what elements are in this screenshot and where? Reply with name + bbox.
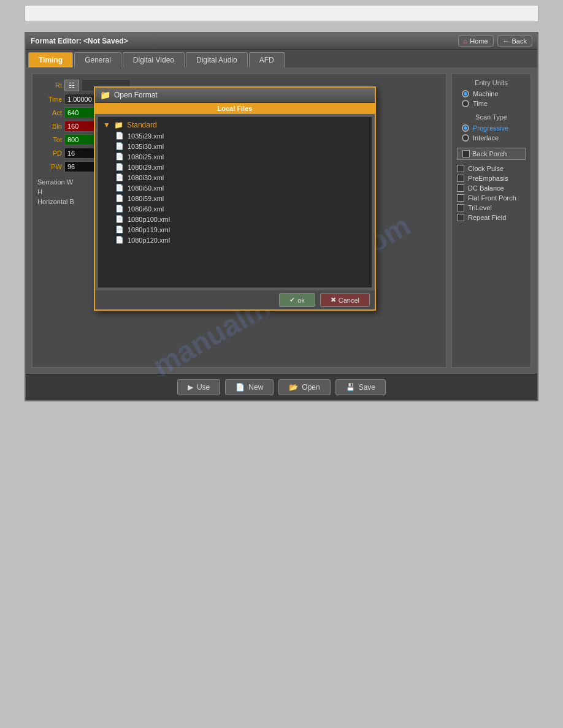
calc-button[interactable]: ☷ — [64, 80, 79, 91]
folder-arrow-icon: ▼ — [103, 121, 110, 129]
file-icon: 📄 — [115, 226, 124, 233]
checkbox-dc-balance-box — [457, 184, 464, 192]
checkbox-clock-pulse-box — [457, 165, 464, 172]
checkbox-flat-front-porch-box — [457, 194, 464, 202]
left-panel: Rt ☷ Time Act Px Bln Px — [32, 74, 446, 368]
back-porch-button[interactable]: Back Porch — [457, 148, 526, 160]
back-button[interactable]: ← Back — [497, 36, 532, 47]
tab-general[interactable]: General — [74, 52, 121, 67]
file-item-1080i30[interactable]: 📄 1080i30.xml — [101, 172, 369, 183]
entry-units-group: Machine Time — [457, 90, 526, 107]
label-tot: Tot — [37, 136, 62, 143]
radio-time[interactable]: Time — [462, 100, 526, 107]
file-item-1080i59[interactable]: 📄 1080i59.xml — [101, 193, 369, 203]
play-icon: ▶ — [188, 383, 193, 392]
radio-machine-dot — [462, 90, 469, 97]
folder-standard[interactable]: ▼ 📁 Standard — [101, 119, 369, 131]
entry-units-title: Entry Units — [457, 79, 526, 86]
radio-time-dot — [462, 100, 469, 107]
radio-interlace[interactable]: Interlace — [462, 134, 526, 142]
dialog-file-list[interactable]: ▼ 📁 Standard 📄 1035i29.xml 📄 1035i30.xml — [98, 116, 372, 288]
open-format-dialog: 📁 Open Format Local Files ▼ 📁 Standard — [94, 86, 376, 311]
label-rt: Rt — [37, 82, 62, 89]
radio-machine[interactable]: Machine — [462, 90, 526, 97]
checkmark-icon: ✔ — [289, 296, 295, 304]
dialog-icon: 📁 — [100, 90, 110, 100]
label-pw: PW — [37, 163, 62, 170]
dialog-footer: ✔ ok ✖ Cancel — [95, 290, 375, 309]
scan-type-group: Progressive Interlace — [457, 124, 526, 142]
tab-digital-audio[interactable]: Digital Audio — [186, 52, 248, 67]
title-buttons: ⌂ Home ← Back — [458, 36, 532, 47]
file-item-1080i60[interactable]: 📄 1080i60.xml — [101, 203, 369, 214]
dialog-location-bar: Local Files — [95, 103, 375, 114]
radio-progressive[interactable]: Progressive — [462, 124, 526, 132]
checkbox-preemphasis-box — [457, 175, 464, 182]
serration-label: Serration W — [37, 178, 73, 186]
file-item-1035i29[interactable]: 📄 1035i29.xml — [101, 131, 369, 141]
use-button[interactable]: ▶ Use — [177, 379, 220, 395]
radio-interlace-dot — [462, 134, 469, 142]
folder-name: Standard — [127, 121, 157, 129]
checkboxes-group: Clock Pulse PreEmphasis DC Balance Flat … — [457, 165, 526, 221]
file-icon: 📄 — [115, 153, 124, 161]
home-icon: ⌂ — [464, 37, 468, 45]
h-label: H — [37, 188, 42, 195]
file-item-1080i29[interactable]: 📄 1080i29.xml — [101, 162, 369, 172]
checkbox-repeat-field-box — [457, 214, 464, 221]
window-title: Format Editor: <Not Saved> — [31, 37, 128, 45]
label-pd: PD — [37, 150, 62, 157]
file-icon: 📄 — [115, 205, 124, 213]
new-icon: 📄 — [236, 383, 245, 392]
file-icon: 📄 — [115, 132, 124, 140]
file-item-1035i30[interactable]: 📄 1035i30.xml — [101, 141, 369, 151]
new-button[interactable]: 📄 New — [225, 379, 274, 395]
file-icon: 📄 — [115, 142, 124, 150]
cancel-icon: ✖ — [331, 296, 336, 304]
save-icon: 💾 — [346, 383, 355, 392]
dialog-ok-button[interactable]: ✔ ok — [279, 293, 315, 307]
file-icon: 📄 — [115, 215, 124, 223]
label-act: Act — [37, 109, 62, 116]
file-icon: 📄 — [115, 163, 124, 171]
scan-type-title: Scan Type — [457, 113, 526, 121]
label-bln: Bln — [37, 123, 62, 130]
checkbox-preemphasis[interactable]: PreEmphasis — [457, 175, 526, 182]
dialog-title-bar: 📁 Open Format — [95, 88, 375, 103]
checkbox-dc-balance[interactable]: DC Balance — [457, 184, 526, 192]
file-item-1080i50[interactable]: 📄 1080i50.xml — [101, 183, 369, 193]
label-time: Time — [37, 96, 62, 103]
back-arrow-icon: ← — [503, 37, 510, 45]
file-item-1080i25[interactable]: 📄 1080i25.xml — [101, 151, 369, 162]
right-panel: Entry Units Machine Time Scan Type Progr… — [451, 74, 531, 368]
file-icon: 📄 — [115, 184, 124, 192]
checkbox-flat-front-porch[interactable]: Flat Front Porch — [457, 194, 526, 202]
dialog-cancel-button[interactable]: ✖ Cancel — [320, 293, 370, 307]
checkbox-clock-pulse[interactable]: Clock Pulse — [457, 165, 526, 172]
tab-timing[interactable]: Timing — [28, 52, 73, 67]
checkbox-repeat-field[interactable]: Repeat Field — [457, 214, 526, 221]
file-item-1080p100[interactable]: 📄 1080p100.xml — [101, 214, 369, 224]
checkbox-trilevel[interactable]: TriLevel — [457, 204, 526, 211]
tab-digital-video[interactable]: Digital Video — [123, 52, 185, 67]
tab-bar: Timing General Digital Video Digital Aud… — [26, 50, 537, 67]
file-icon: 📄 — [115, 236, 124, 244]
checkbox-trilevel-box — [457, 204, 464, 211]
home-button[interactable]: ⌂ Home — [458, 36, 494, 47]
horizontal-b-label: Horizontal B — [37, 198, 74, 205]
checkbox-back-porch — [462, 150, 470, 157]
content-area: Rt ☷ Time Act Px Bln Px — [26, 67, 537, 374]
folder-icon: 📁 — [114, 121, 123, 129]
file-item-1080p120[interactable]: 📄 1080p120.xml — [101, 235, 369, 245]
bottom-toolbar: ▶ Use 📄 New 📂 Open 💾 Save — [26, 374, 537, 400]
tab-afd[interactable]: AFD — [249, 52, 285, 67]
dialog-title: Open Format — [114, 91, 158, 99]
save-button[interactable]: 💾 Save — [335, 379, 386, 395]
open-icon: 📂 — [289, 383, 298, 392]
radio-progressive-dot — [462, 124, 469, 132]
file-icon: 📄 — [115, 173, 124, 181]
main-window: Format Editor: <Not Saved> ⌂ Home ← Back… — [25, 32, 538, 401]
file-icon: 📄 — [115, 194, 124, 202]
open-button[interactable]: 📂 Open — [278, 379, 330, 395]
file-item-1080p119[interactable]: 📄 1080p119.xml — [101, 224, 369, 235]
